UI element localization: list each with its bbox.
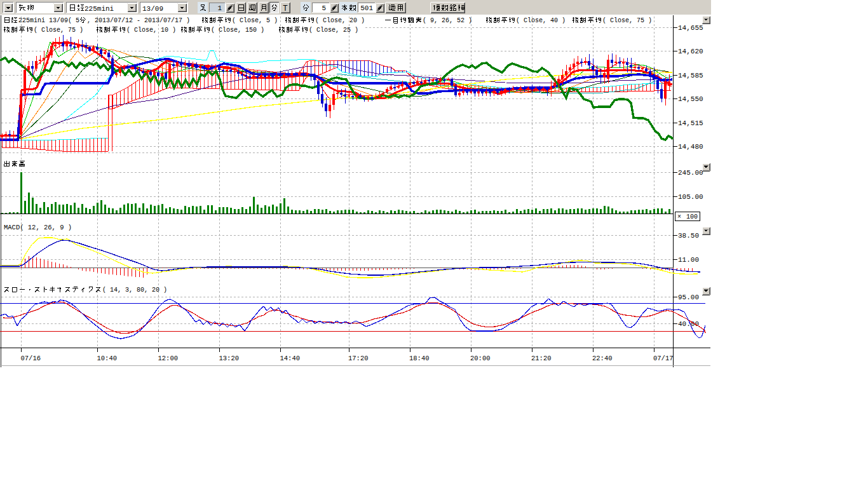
svg-text:, 2013/07/12 - 2013/07/17 ): , 2013/07/12 - 2013/07/17 )	[87, 17, 190, 24]
svg-text:MACD( 12, 26, 9 ): MACD( 12, 26, 9 )	[4, 224, 72, 231]
svg-text:( Close, 75 ): ( Close, 75 )	[34, 27, 83, 34]
svg-text:14,620: 14,620	[678, 48, 703, 55]
svg-text:( Close, 10 ): ( Close, 10 )	[126, 27, 176, 34]
svg-text:14,655: 14,655	[678, 24, 703, 32]
svg-text:13:20: 13:20	[219, 355, 240, 362]
svg-text:( Close, 150 ): ( Close, 150 )	[211, 27, 264, 34]
svg-text:11.00: 11.00	[678, 256, 699, 264]
svg-text:22:40: 22:40	[592, 355, 613, 362]
svg-text:225mini 13/09( 5: 225mini 13/09( 5	[18, 17, 79, 24]
svg-text:T: T	[283, 4, 288, 13]
svg-text:( 14, 3, 80, 20 ): ( 14, 3, 80, 20 )	[102, 287, 167, 294]
svg-text:×: ×	[677, 214, 681, 220]
svg-text:( Close, 75 ): ( Close, 75 )	[602, 17, 652, 24]
svg-text:( Close, 25 ): ( Close, 25 )	[309, 27, 358, 34]
svg-text:13/09: 13/09	[142, 5, 163, 13]
svg-text:225mini: 225mini	[85, 5, 114, 13]
svg-text:14,550: 14,550	[678, 95, 703, 103]
svg-text:( 9, 26, 52 ): ( 9, 26, 52 )	[423, 17, 472, 24]
svg-text:18:40: 18:40	[409, 355, 430, 362]
svg-text:17:20: 17:20	[348, 355, 369, 362]
svg-text:100: 100	[686, 214, 698, 220]
svg-text:07/16: 07/16	[21, 355, 41, 362]
svg-text:5: 5	[322, 4, 326, 12]
svg-text:( Close, 20 ): ( Close, 20 )	[315, 17, 365, 24]
svg-text:( Close, 40 ): ( Close, 40 )	[516, 17, 566, 24]
svg-text:245.00: 245.00	[678, 169, 703, 177]
svg-text:38.50: 38.50	[678, 232, 699, 240]
svg-text:14,480: 14,480	[678, 143, 703, 151]
svg-text:14,515: 14,515	[678, 119, 703, 127]
svg-text:12:00: 12:00	[158, 355, 179, 362]
svg-text:501: 501	[360, 4, 373, 12]
svg-text:10:40: 10:40	[97, 355, 118, 362]
svg-text:14,585: 14,585	[678, 72, 703, 79]
svg-text:07/17: 07/17	[653, 355, 674, 362]
svg-text:14:40: 14:40	[280, 355, 301, 362]
svg-text:21:20: 21:20	[531, 355, 552, 362]
svg-text:105.00: 105.00	[678, 193, 703, 201]
svg-text:( Close, 5 ): ( Close, 5 )	[232, 17, 278, 24]
svg-text:40.00: 40.00	[678, 320, 699, 328]
svg-text:20:00: 20:00	[470, 355, 491, 362]
svg-text:1: 1	[217, 4, 222, 12]
svg-text:95.00: 95.00	[678, 294, 699, 301]
